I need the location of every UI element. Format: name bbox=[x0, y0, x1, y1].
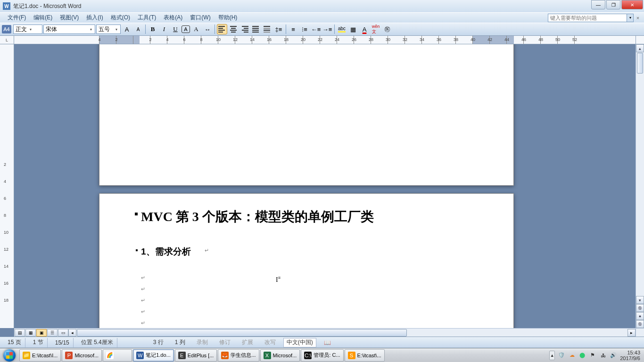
taskbar-item[interactable]: W笔记1.do... bbox=[133, 349, 174, 362]
tray-onedrive-icon[interactable]: ☁ bbox=[568, 352, 576, 359]
status-position[interactable]: 位置 5.4厘米 bbox=[77, 338, 117, 347]
status-line[interactable]: 3 行 bbox=[149, 338, 167, 347]
para-mark: ↵ bbox=[141, 297, 145, 304]
menu-insert[interactable]: 插入(I) bbox=[83, 13, 107, 23]
tray-flag-icon[interactable]: ⚑ bbox=[589, 352, 596, 359]
grow-font-icon[interactable]: A bbox=[122, 24, 132, 34]
menu-bar: 文件(F) 编辑(E) 视图(V) 插入(I) 格式(O) 工具(T) 表格(A… bbox=[0, 12, 644, 23]
horizontal-ruler[interactable]: 4224681012141618202224262830323436384042… bbox=[14, 36, 636, 44]
tray-shield-icon[interactable]: 🛡️ bbox=[558, 352, 565, 359]
align-left-button[interactable] bbox=[217, 24, 227, 34]
distribute-button[interactable] bbox=[262, 24, 272, 34]
taskbar-item[interactable]: 🦊学生信息... bbox=[218, 349, 259, 362]
taskbar-item[interactable]: EEditPlus [... bbox=[175, 349, 217, 362]
scroll-up-button[interactable]: ▴ bbox=[636, 44, 644, 52]
heading-2[interactable]: 1、需求分析 bbox=[141, 246, 191, 258]
enclose-char-icon[interactable]: ㊩ bbox=[382, 24, 392, 34]
highlight-button[interactable]: abc bbox=[337, 24, 347, 34]
menu-close-icon[interactable]: × bbox=[635, 14, 641, 22]
status-column[interactable]: 1 列 bbox=[171, 338, 189, 347]
minimize-button[interactable]: — bbox=[591, 0, 605, 9]
status-page[interactable]: 15 页 bbox=[4, 338, 25, 347]
menu-tools[interactable]: 工具(T) bbox=[134, 13, 160, 23]
bold-button[interactable]: B bbox=[148, 24, 158, 34]
tray-volume-icon[interactable]: 🔊 bbox=[610, 352, 617, 359]
heading-1[interactable]: MVC 第 3 个版本：模型类的单例工厂类 bbox=[141, 208, 374, 226]
para-mark: ↵ bbox=[205, 247, 209, 254]
char-scale-icon[interactable]: ↔ bbox=[202, 24, 213, 34]
close-button[interactable]: ✕ bbox=[621, 0, 643, 9]
document-viewport[interactable]: { "cm">//构建删除的SQL语句 "var">$sql = "">DELE… bbox=[14, 44, 636, 328]
print-view-button[interactable]: ▣ bbox=[36, 329, 47, 337]
scroll-down-button[interactable]: ▾ bbox=[636, 296, 644, 304]
next-page-button[interactable]: ⦿ bbox=[636, 320, 644, 328]
menu-view[interactable]: 视图(V) bbox=[56, 13, 83, 23]
status-record[interactable]: 录制 bbox=[193, 338, 212, 347]
normal-view-button[interactable]: ▤ bbox=[15, 329, 25, 337]
tray-action-icon[interactable]: ⬤ bbox=[578, 352, 586, 359]
menu-format[interactable]: 格式(O) bbox=[107, 13, 134, 23]
increase-indent-button[interactable]: →≡ bbox=[322, 24, 332, 34]
italic-button[interactable]: I bbox=[159, 24, 169, 34]
char-shading-icon[interactable]: A bbox=[191, 24, 201, 34]
taskbar-item[interactable]: XMicrosof... bbox=[260, 349, 300, 362]
bullet-list-button[interactable]: ⁝≡ bbox=[299, 24, 310, 34]
hscroll-right-button[interactable]: ▸ bbox=[627, 329, 636, 337]
vertical-ruler[interactable]: 2 4 6 8 10 12 14 16 18 bbox=[0, 44, 14, 328]
menu-help[interactable]: 帮助(H) bbox=[215, 13, 241, 23]
help-search-dropdown[interactable]: ▾ bbox=[627, 14, 634, 22]
styles-pane-icon[interactable]: A4 bbox=[2, 25, 11, 33]
windows-taskbar: 📁E:\itcast\I...PMicrosof...🌈W笔记1.do...EE… bbox=[0, 348, 644, 362]
web-view-button[interactable]: ▦ bbox=[25, 329, 36, 337]
decrease-indent-button[interactable]: ←≡ bbox=[311, 24, 321, 34]
menu-window[interactable]: 窗口(W) bbox=[186, 13, 214, 23]
maximize-button[interactable]: ❐ bbox=[606, 0, 620, 9]
hscroll-thumb[interactable] bbox=[77, 329, 407, 337]
taskbar-item[interactable]: C:\管理员: C... bbox=[301, 349, 343, 362]
status-language[interactable]: 中文(中国) bbox=[283, 338, 316, 347]
shrink-font-icon[interactable]: A bbox=[133, 24, 143, 34]
style-combo[interactable]: 正文▾ bbox=[13, 25, 42, 34]
border-button[interactable]: ▦ bbox=[348, 24, 358, 34]
status-page-count[interactable]: 15/15 bbox=[51, 338, 74, 347]
status-revision[interactable]: 修订 bbox=[215, 338, 234, 347]
status-section[interactable]: 1 节 bbox=[29, 338, 48, 347]
numbered-list-button[interactable]: ≡ bbox=[288, 24, 298, 34]
outline-view-button[interactable]: ☰ bbox=[47, 329, 58, 337]
tray-network-icon[interactable]: 🖧 bbox=[599, 352, 607, 359]
align-justify-button[interactable] bbox=[251, 24, 261, 34]
tab-selector[interactable]: L bbox=[0, 36, 14, 44]
hscroll-left-button[interactable]: ◂ bbox=[68, 329, 76, 337]
phonetic-guide-icon[interactable]: wěn文 bbox=[371, 24, 381, 34]
menu-table[interactable]: 表格(A) bbox=[160, 13, 186, 23]
hscroll-track[interactable] bbox=[77, 329, 627, 337]
tray-clock[interactable]: 15:43 2017/9/6 bbox=[620, 350, 640, 361]
underline-button[interactable]: U bbox=[170, 24, 181, 34]
taskbar-item[interactable]: 📁E:\itcast\I... bbox=[19, 349, 61, 362]
taskbar-item[interactable]: 🌈 bbox=[103, 349, 132, 362]
status-extend[interactable]: 扩展 bbox=[238, 338, 257, 347]
reading-view-button[interactable]: ▭ bbox=[58, 329, 68, 337]
help-search-input[interactable] bbox=[548, 14, 627, 22]
font-size-combo[interactable]: 五号▾ bbox=[96, 25, 121, 34]
line-spacing-button[interactable]: ‡≡ bbox=[273, 24, 284, 34]
taskbar-item-label: Microsof... bbox=[74, 353, 99, 358]
align-center-button[interactable] bbox=[228, 24, 239, 34]
status-spellcheck-icon[interactable]: 📖 bbox=[320, 338, 335, 347]
font-combo[interactable]: 宋体▾ bbox=[43, 25, 95, 34]
vscroll-thumb[interactable] bbox=[637, 53, 643, 74]
prev-page-button[interactable]: ⦿ bbox=[636, 304, 644, 312]
font-color-button[interactable]: A bbox=[359, 24, 370, 34]
taskbar-item[interactable]: SE:\itcast\... bbox=[345, 349, 385, 362]
status-overwrite[interactable]: 改写 bbox=[261, 338, 280, 347]
text-border-icon[interactable]: A bbox=[182, 25, 190, 33]
menu-file[interactable]: 文件(F) bbox=[4, 13, 30, 23]
menu-edit[interactable]: 编辑(E) bbox=[30, 13, 56, 23]
start-button[interactable] bbox=[0, 348, 19, 362]
align-right-button[interactable] bbox=[239, 24, 250, 34]
tray-expand-button[interactable]: ▲ bbox=[549, 351, 555, 360]
vertical-scrollbar[interactable]: ▴ ▾ ⦿ ● ⦿ bbox=[636, 44, 644, 328]
taskbar-item[interactable]: PMicrosof... bbox=[62, 349, 102, 362]
word-app-icon: W bbox=[3, 2, 10, 10]
browse-object-button[interactable]: ● bbox=[636, 312, 644, 320]
